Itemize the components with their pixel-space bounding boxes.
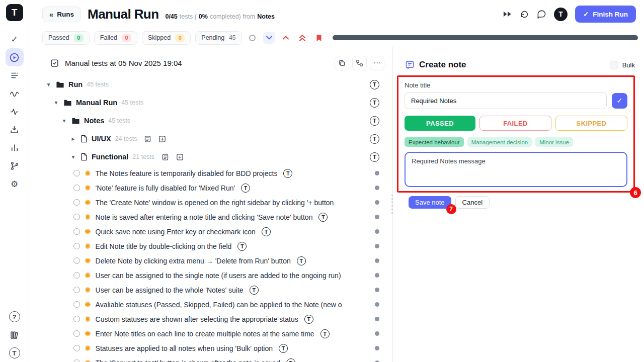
branch-icon[interactable] [6, 157, 24, 175]
test-status-radio[interactable] [73, 287, 80, 293]
folder-name[interactable]: Manual Run [76, 99, 117, 107]
testomat-run-icon[interactable]: T [370, 116, 379, 126]
suite-add-icon[interactable] [158, 135, 166, 143]
tree-suite-uiux[interactable]: ▸ UI/UX 24 tests T [29, 130, 392, 148]
test-status-radio[interactable] [73, 359, 80, 362]
test-row[interactable]: ✺ User can be assigned to the whole 'Not… [29, 283, 392, 297]
test-status-radio[interactable] [73, 330, 80, 337]
test-row[interactable]: ✺ Statuses are applied to all notes when… [29, 341, 392, 355]
chart-icon[interactable] [6, 139, 24, 157]
testomat-run-icon[interactable]: T [283, 169, 292, 178]
bookmark-icon[interactable] [313, 32, 325, 44]
testomat-run-icon[interactable]: T [370, 80, 379, 89]
testomat-run-icon[interactable]: T [237, 242, 247, 251]
suite-name[interactable]: Functional [92, 153, 128, 161]
comment-icon[interactable] [537, 10, 546, 19]
double-chevron-up-icon[interactable] [296, 32, 308, 44]
test-title[interactable]: The 'Create Note' window is opened on th… [96, 199, 334, 207]
test-title[interactable]: Delete Note by clicking extra menu → 'De… [96, 257, 291, 265]
chevron-up-nav-icon[interactable] [280, 32, 292, 44]
tag-management-decision[interactable]: Management decision [467, 137, 532, 147]
filter-passed-button[interactable]: Passed 0 [42, 31, 90, 45]
filter-skipped-button[interactable]: Skipped 0 [142, 31, 191, 45]
panel-resize-handle[interactable] [391, 195, 393, 214]
testomat-run-icon[interactable]: T [320, 329, 330, 338]
list-icon[interactable] [6, 66, 24, 84]
filter-failed-button[interactable]: Failed 0 [94, 31, 137, 45]
settings-gear-icon[interactable]: ⚙ [6, 175, 24, 193]
suite-add-icon[interactable] [176, 153, 184, 161]
tests-check-icon[interactable]: ✓ [6, 30, 24, 48]
test-status-radio[interactable] [73, 316, 80, 322]
testomat-run-icon[interactable]: T [318, 213, 328, 222]
app-logo[interactable]: T [6, 4, 23, 21]
test-title[interactable]: Enter Note titles on each line to create… [96, 330, 314, 338]
brand-avatar-icon[interactable]: T [554, 8, 568, 21]
test-row[interactable]: ✺ 'Note' feature is fully disabled for '… [29, 180, 392, 195]
test-status-radio[interactable] [73, 243, 80, 249]
test-status-radio[interactable] [73, 185, 80, 191]
copy-icon[interactable] [335, 56, 349, 70]
test-status-radio[interactable] [73, 257, 80, 264]
chevron-down-icon[interactable]: ▾ [45, 81, 52, 88]
testomat-run-icon[interactable]: T [370, 134, 379, 144]
test-row[interactable]: ✺ Custom statuses are shown after select… [29, 312, 392, 326]
testomat-run-icon[interactable]: T [297, 256, 306, 265]
test-title[interactable]: Avaliable statuses (Passed, Skipped, Fai… [96, 301, 342, 309]
test-title[interactable]: Statuses are applied to all notes when u… [96, 344, 273, 352]
test-title[interactable]: Quick save note using Enter key or check… [96, 228, 256, 236]
tag-minor-issue[interactable]: Minor issue [535, 137, 573, 147]
folder-name[interactable]: Run [68, 80, 83, 88]
test-row[interactable]: ✺ Delete Note by clicking extra menu → '… [29, 253, 392, 268]
chevron-down-nav-icon[interactable] [263, 32, 275, 44]
hierarchy-icon[interactable] [352, 56, 367, 70]
test-status-radio[interactable] [73, 272, 80, 279]
back-to-runs-button[interactable]: « Runs [42, 7, 81, 22]
testomat-run-icon[interactable]: T [262, 227, 271, 236]
testomat-run-icon[interactable]: T [370, 152, 379, 162]
chevron-right-icon[interactable]: ▸ [70, 135, 76, 142]
bulk-checkbox[interactable] [610, 61, 618, 69]
test-status-radio[interactable] [73, 228, 80, 235]
runs-play-icon[interactable] [6, 48, 24, 66]
testomat-run-icon[interactable]: T [250, 286, 259, 295]
tree-folder-notes[interactable]: ▾ Notes 45 tests T [29, 112, 392, 130]
failed-status-button[interactable]: FAILED [479, 116, 551, 131]
logo-bottom-icon[interactable]: T [6, 344, 24, 362]
test-row[interactable]: ✺ User can be assigned to the single not… [29, 268, 392, 283]
test-status-radio[interactable] [73, 301, 80, 308]
testomat-run-icon[interactable]: T [279, 344, 288, 353]
testomat-run-icon[interactable]: T [286, 358, 295, 362]
testomat-run-icon[interactable]: T [370, 98, 379, 108]
test-row[interactable]: ✺ The 'Convert to test' button is shown … [29, 355, 392, 362]
test-row[interactable]: ✺ Quick save note using Enter key or che… [29, 224, 392, 239]
cancel-button[interactable]: Cancel [455, 196, 490, 209]
quick-save-check-button[interactable]: ✓ [612, 93, 627, 109]
test-title[interactable]: User can be assigned to the single note … [96, 272, 341, 280]
test-title[interactable]: Note is saved after entering a note titl… [96, 213, 313, 221]
test-title[interactable]: Edit Note title by double-clicking on th… [96, 242, 232, 250]
note-title-input[interactable] [405, 92, 607, 109]
more-options-button[interactable]: ⋯ [370, 56, 384, 70]
filter-pending-button[interactable]: Pending 45 [195, 31, 242, 45]
tree-folder-run[interactable]: ▾ Run 45 tests T [29, 75, 392, 94]
folder-name[interactable]: Notes [84, 117, 104, 125]
test-row[interactable]: ✺ The 'Create Note' window is opened on … [29, 195, 392, 210]
test-status-radio[interactable] [73, 345, 80, 351]
tree-folder-manual-run[interactable]: ▾ Manual Run 45 tests T [29, 94, 392, 112]
inbox-icon[interactable] [6, 121, 24, 139]
docs-icon[interactable] [6, 326, 24, 344]
test-title[interactable]: 'Note' feature is fully disabled for 'Mi… [96, 184, 235, 192]
test-title[interactable]: The Notes feature is temporarily disable… [96, 169, 278, 177]
skipped-status-button[interactable]: SKIPPED [555, 116, 627, 131]
finish-run-button[interactable]: ✓ Finish Run [575, 6, 636, 23]
test-row[interactable]: ✺ Edit Note title by double-clicking on … [29, 239, 392, 253]
test-row[interactable]: ✺ The Notes feature is temporarily disab… [29, 166, 392, 180]
test-row[interactable]: ✺ Note is saved after entering a note ti… [29, 210, 392, 224]
passed-status-button[interactable]: PASSED [405, 116, 475, 131]
test-row[interactable]: ✺ Avaliable statuses (Passed, Skipped, F… [29, 297, 392, 312]
test-title[interactable]: Custom statuses are shown after selectin… [96, 315, 298, 323]
chevron-down-icon[interactable]: ▾ [61, 117, 67, 124]
tree-suite-functional[interactable]: ▾ Functional 21 tests [29, 148, 392, 166]
test-title[interactable]: User can be assigned to the whole 'Notes… [96, 286, 244, 294]
